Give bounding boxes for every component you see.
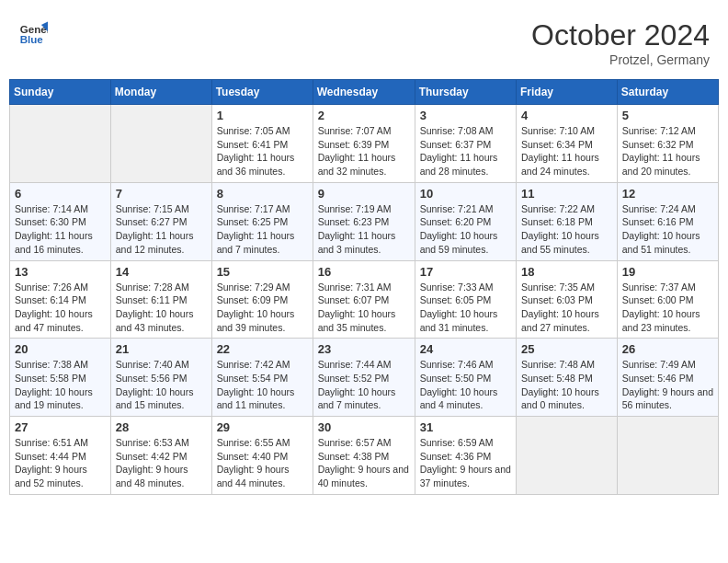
calendar-cell: 8Sunrise: 7:17 AMSunset: 6:25 PMDaylight… [211, 182, 313, 260]
calendar-cell: 3Sunrise: 7:08 AMSunset: 6:37 PMDaylight… [415, 105, 516, 183]
calendar-cell: 23Sunrise: 7:44 AMSunset: 5:52 PMDayligh… [313, 339, 415, 417]
day-number: 16 [318, 265, 410, 279]
calendar-cell: 7Sunrise: 7:15 AMSunset: 6:27 PMDaylight… [110, 182, 211, 260]
weekday-header-thursday: Thursday [415, 80, 516, 105]
cell-sun-info: Sunrise: 7:35 AMSunset: 6:03 PMDaylight:… [521, 281, 612, 335]
calendar-cell: 27Sunrise: 6:51 AMSunset: 4:44 PMDayligh… [10, 417, 111, 495]
day-number: 2 [318, 109, 410, 122]
cell-sun-info: Sunrise: 7:29 AMSunset: 6:09 PMDaylight:… [217, 281, 308, 335]
weekday-header-sunday: Sunday [10, 80, 111, 105]
day-number: 29 [217, 420, 308, 434]
calendar-week-5: 27Sunrise: 6:51 AMSunset: 4:44 PMDayligh… [10, 417, 719, 495]
cell-sun-info: Sunrise: 7:08 AMSunset: 6:37 PMDaylight:… [420, 124, 511, 178]
day-number: 9 [318, 187, 410, 201]
calendar-cell: 14Sunrise: 7:28 AMSunset: 6:11 PMDayligh… [110, 260, 211, 339]
calendar-cell: 28Sunrise: 6:53 AMSunset: 4:42 PMDayligh… [110, 417, 211, 495]
calendar-cell: 2Sunrise: 7:07 AMSunset: 6:39 PMDaylight… [313, 105, 415, 183]
calendar-cell: 25Sunrise: 7:48 AMSunset: 5:48 PMDayligh… [517, 339, 618, 417]
calendar-cell: 26Sunrise: 7:49 AMSunset: 5:46 PMDayligh… [617, 339, 718, 417]
cell-sun-info: Sunrise: 7:10 AMSunset: 6:34 PMDaylight:… [521, 124, 612, 178]
calendar-cell: 11Sunrise: 7:22 AMSunset: 6:18 PMDayligh… [517, 182, 618, 260]
calendar-cell: 18Sunrise: 7:35 AMSunset: 6:03 PMDayligh… [517, 260, 618, 339]
day-number: 30 [318, 420, 410, 434]
day-number: 25 [521, 342, 612, 356]
cell-sun-info: Sunrise: 7:42 AMSunset: 5:54 PMDaylight:… [217, 358, 308, 412]
cell-sun-info: Sunrise: 7:12 AMSunset: 6:32 PMDaylight:… [622, 124, 713, 178]
page-header: General Blue October 2024 Protzel, Germa… [9, 9, 719, 72]
day-number: 12 [622, 187, 713, 201]
cell-sun-info: Sunrise: 6:55 AMSunset: 4:40 PMDaylight:… [217, 436, 308, 490]
day-number: 19 [622, 265, 713, 279]
cell-sun-info: Sunrise: 7:15 AMSunset: 6:27 PMDaylight:… [116, 202, 207, 257]
calendar-cell [617, 417, 718, 495]
calendar-table: SundayMondayTuesdayWednesdayThursdayFrid… [9, 79, 719, 495]
cell-sun-info: Sunrise: 7:33 AMSunset: 6:05 PMDaylight:… [420, 281, 511, 335]
cell-sun-info: Sunrise: 7:37 AMSunset: 6:00 PMDaylight:… [622, 281, 713, 335]
cell-sun-info: Sunrise: 6:57 AMSunset: 4:38 PMDaylight:… [318, 436, 410, 490]
cell-sun-info: Sunrise: 6:53 AMSunset: 4:42 PMDaylight:… [116, 436, 207, 490]
cell-sun-info: Sunrise: 7:14 AMSunset: 6:30 PMDaylight:… [15, 202, 106, 257]
calendar-cell: 17Sunrise: 7:33 AMSunset: 6:05 PMDayligh… [415, 260, 516, 339]
day-number: 24 [420, 342, 511, 356]
svg-text:Blue: Blue [20, 34, 44, 45]
day-number: 17 [420, 265, 511, 279]
cell-sun-info: Sunrise: 7:26 AMSunset: 6:14 PMDaylight:… [15, 281, 106, 335]
calendar-cell: 16Sunrise: 7:31 AMSunset: 6:07 PMDayligh… [313, 260, 415, 339]
day-number: 4 [521, 109, 612, 122]
day-number: 21 [116, 342, 207, 356]
day-number: 18 [521, 265, 612, 279]
cell-sun-info: Sunrise: 7:46 AMSunset: 5:50 PMDaylight:… [420, 358, 511, 412]
day-number: 6 [15, 187, 106, 201]
day-number: 23 [318, 342, 410, 356]
calendar-cell: 22Sunrise: 7:42 AMSunset: 5:54 PMDayligh… [211, 339, 313, 417]
title-block: October 2024 Protzel, Germany [531, 18, 710, 67]
logo: General Blue [18, 18, 48, 48]
cell-sun-info: Sunrise: 7:07 AMSunset: 6:39 PMDaylight:… [318, 124, 410, 178]
cell-sun-info: Sunrise: 7:44 AMSunset: 5:52 PMDaylight:… [318, 358, 410, 412]
calendar-cell [10, 105, 111, 183]
calendar-cell: 19Sunrise: 7:37 AMSunset: 6:00 PMDayligh… [617, 260, 718, 339]
day-number: 1 [217, 109, 308, 122]
cell-sun-info: Sunrise: 7:21 AMSunset: 6:20 PMDaylight:… [420, 202, 511, 257]
calendar-cell: 29Sunrise: 6:55 AMSunset: 4:40 PMDayligh… [211, 417, 313, 495]
calendar-cell: 30Sunrise: 6:57 AMSunset: 4:38 PMDayligh… [313, 417, 415, 495]
calendar-cell: 20Sunrise: 7:38 AMSunset: 5:58 PMDayligh… [10, 339, 111, 417]
day-number: 11 [521, 187, 612, 201]
location: Protzel, Germany [531, 52, 710, 67]
calendar-cell: 15Sunrise: 7:29 AMSunset: 6:09 PMDayligh… [211, 260, 313, 339]
cell-sun-info: Sunrise: 7:19 AMSunset: 6:23 PMDaylight:… [318, 202, 410, 257]
calendar-cell: 13Sunrise: 7:26 AMSunset: 6:14 PMDayligh… [10, 260, 111, 339]
cell-sun-info: Sunrise: 7:22 AMSunset: 6:18 PMDaylight:… [521, 202, 612, 257]
calendar-cell: 31Sunrise: 6:59 AMSunset: 4:36 PMDayligh… [415, 417, 516, 495]
day-number: 22 [217, 342, 308, 356]
day-number: 7 [116, 187, 207, 201]
day-number: 13 [15, 265, 106, 279]
day-number: 20 [15, 342, 106, 356]
day-number: 3 [420, 109, 511, 122]
cell-sun-info: Sunrise: 7:49 AMSunset: 5:46 PMDaylight:… [622, 358, 713, 412]
day-number: 27 [15, 420, 106, 434]
weekday-header-saturday: Saturday [617, 80, 718, 105]
cell-sun-info: Sunrise: 7:05 AMSunset: 6:41 PMDaylight:… [217, 124, 308, 178]
calendar-cell: 5Sunrise: 7:12 AMSunset: 6:32 PMDaylight… [617, 105, 718, 183]
calendar-week-3: 13Sunrise: 7:26 AMSunset: 6:14 PMDayligh… [10, 260, 719, 339]
month-title: October 2024 [531, 18, 710, 52]
day-number: 26 [622, 342, 713, 356]
weekday-header-tuesday: Tuesday [211, 80, 313, 105]
day-number: 8 [217, 187, 308, 201]
calendar-cell: 1Sunrise: 7:05 AMSunset: 6:41 PMDaylight… [211, 105, 313, 183]
calendar-cell [517, 417, 618, 495]
cell-sun-info: Sunrise: 7:31 AMSunset: 6:07 PMDaylight:… [318, 281, 410, 335]
calendar-cell: 21Sunrise: 7:40 AMSunset: 5:56 PMDayligh… [110, 339, 211, 417]
day-number: 10 [420, 187, 511, 201]
calendar-cell [110, 105, 211, 183]
calendar-cell: 6Sunrise: 7:14 AMSunset: 6:30 PMDaylight… [10, 182, 111, 260]
calendar-cell: 12Sunrise: 7:24 AMSunset: 6:16 PMDayligh… [617, 182, 718, 260]
weekday-header-row: SundayMondayTuesdayWednesdayThursdayFrid… [10, 80, 719, 105]
logo-icon: General Blue [18, 18, 48, 48]
cell-sun-info: Sunrise: 6:59 AMSunset: 4:36 PMDaylight:… [420, 436, 511, 490]
day-number: 14 [116, 265, 207, 279]
weekday-header-friday: Friday [517, 80, 618, 105]
calendar-cell: 4Sunrise: 7:10 AMSunset: 6:34 PMDaylight… [517, 105, 618, 183]
weekday-header-monday: Monday [110, 80, 211, 105]
